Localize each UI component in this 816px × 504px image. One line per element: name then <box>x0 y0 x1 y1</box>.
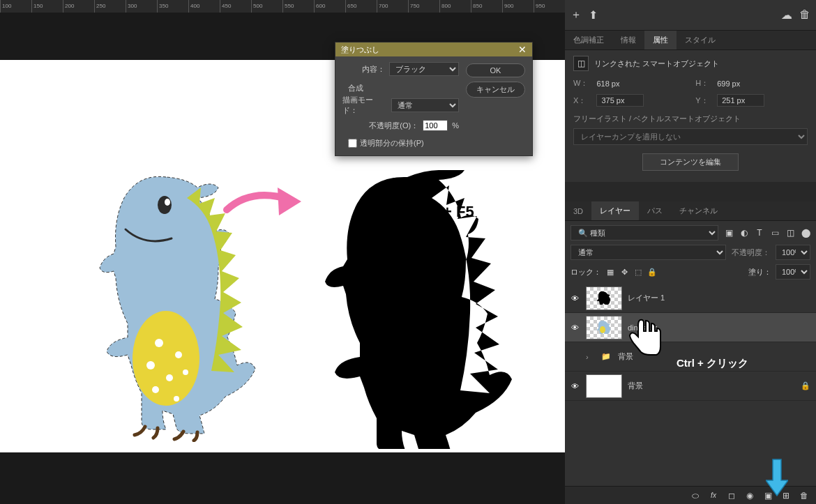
preserve-transparency-checkbox[interactable] <box>348 139 357 148</box>
close-icon[interactable]: ✕ <box>518 45 527 54</box>
layer-comp-select[interactable]: レイヤーカンプを適用しない <box>573 128 808 145</box>
filter-text-icon[interactable]: T <box>755 228 764 238</box>
ruler-tick: 650 <box>345 0 377 13</box>
fx-icon[interactable]: fx <box>709 491 718 501</box>
fill-opacity-input[interactable]: 100% <box>776 264 810 280</box>
svg-point-4 <box>166 374 173 381</box>
visibility-toggle[interactable] <box>569 294 580 303</box>
opacity-input[interactable] <box>423 120 448 131</box>
ruler-tick: 600 <box>314 0 345 13</box>
properties-tabs: 色調補正 情報 属性 スタイル <box>565 31 816 50</box>
dialog-titlebar[interactable]: 塗りつぶし ✕ <box>335 43 532 56</box>
lock-position-icon[interactable]: ✥ <box>619 267 629 277</box>
ruler-tick: 450 <box>220 0 251 13</box>
link-path-label: フリーイラスト / ベクトルスマートオブジェクト <box>573 114 808 124</box>
content-select[interactable]: ブラック <box>389 62 459 76</box>
height-value: 699 px <box>717 79 808 88</box>
layer-name[interactable]: 背景 <box>628 381 795 391</box>
svg-point-5 <box>183 369 188 375</box>
edit-contents-button[interactable]: コンテンツを編集 <box>642 153 739 171</box>
ok-button[interactable]: OK <box>466 63 525 77</box>
y-label: Y： <box>695 96 709 106</box>
tab-layers[interactable]: レイヤー <box>591 201 639 220</box>
ruler-tick: 150 <box>31 0 63 13</box>
upload-icon[interactable]: ⬆ <box>589 8 598 22</box>
layer-thumbnail[interactable] <box>586 316 622 339</box>
lock-label: ロック： <box>571 267 601 277</box>
link-layers-icon[interactable]: ⬭ <box>690 491 700 501</box>
tab-info[interactable]: 情報 <box>612 31 644 49</box>
ruler-tick: 300 <box>126 0 157 13</box>
mask-icon[interactable]: ◻ <box>727 491 736 501</box>
ruler-tick: 850 <box>471 0 502 13</box>
horizontal-ruler: 1001502002503003504004505005506006507007… <box>0 0 565 13</box>
filter-adjust-icon[interactable]: ◐ <box>739 228 749 238</box>
folder-icon: 📁 <box>600 345 612 369</box>
layer-thumbnail[interactable] <box>586 374 622 398</box>
composite-section-label: 合成 <box>342 80 459 95</box>
layer-name[interactable]: レイヤー 1 <box>628 293 812 303</box>
opacity-label: 不透明度(O)： <box>369 121 418 131</box>
filter-toggle-icon[interactable]: ⬤ <box>801 228 810 238</box>
dialog-title-text: 塗りつぶし <box>341 45 379 55</box>
svg-point-6 <box>152 386 159 393</box>
layer-filter-select[interactable]: 🔍 種類 <box>571 225 718 240</box>
visibility-toggle[interactable] <box>569 323 580 332</box>
svg-point-8 <box>158 196 172 214</box>
layer-row[interactable]: dinosaur <box>565 313 816 342</box>
tab-properties[interactable]: 属性 <box>644 31 677 49</box>
properties-header-text: リンクされた スマートオブジェクト <box>594 59 719 69</box>
layers-tabs: 3D レイヤー パス チャンネル <box>565 201 816 221</box>
filter-image-icon[interactable]: ▣ <box>724 228 734 238</box>
layer-opacity-label: 不透明度： <box>732 247 770 258</box>
svg-point-1 <box>155 339 163 347</box>
content-label: 内容： <box>362 64 385 75</box>
lock-icon[interactable]: 🔒 <box>801 381 812 390</box>
visibility-toggle[interactable] <box>569 382 580 390</box>
blend-mode-select[interactable]: 通常 <box>571 245 726 260</box>
lock-artboard-icon[interactable]: ⬚ <box>633 267 643 277</box>
cancel-button[interactable]: キャンセル <box>466 82 525 98</box>
cloud-icon[interactable]: ☁ <box>781 8 792 22</box>
hand-cursor-annotation <box>624 317 666 359</box>
black-dinosaur-silhouette <box>303 170 519 449</box>
ruler-tick: 350 <box>157 0 188 13</box>
add-icon[interactable]: ＋ <box>571 8 582 22</box>
ruler-tick: 750 <box>408 0 439 13</box>
panel-gap <box>565 182 816 201</box>
lock-all-icon[interactable]: 🔒 <box>647 267 657 277</box>
tab-paths[interactable]: パス <box>639 201 671 220</box>
adjustment-icon[interactable]: ◉ <box>745 491 755 501</box>
layer-row[interactable]: 背景🔒 <box>565 372 816 401</box>
trash-icon[interactable]: 🗑 <box>799 8 810 22</box>
y-input[interactable] <box>717 94 764 107</box>
layer-row[interactable]: レイヤー 1 <box>565 284 816 313</box>
fill-label: 塗り： <box>748 267 771 277</box>
pink-arrow-annotation <box>223 182 307 224</box>
svg-point-7 <box>174 396 179 402</box>
tab-color-adjust[interactable]: 色調補正 <box>565 31 612 49</box>
svg-point-9 <box>165 199 170 206</box>
lock-pixels-icon[interactable]: ▦ <box>605 267 615 277</box>
properties-panel: ◫ リンクされた スマートオブジェクト W： 618 px H： 699 px … <box>565 50 816 182</box>
ruler-tick: 400 <box>188 0 220 13</box>
smart-object-icon: ◫ <box>573 56 589 71</box>
tab-3d[interactable]: 3D <box>565 201 591 220</box>
tab-style[interactable]: スタイル <box>677 31 724 49</box>
ruler-tick: 700 <box>377 0 408 13</box>
tab-channels[interactable]: チャンネル <box>671 201 726 220</box>
layer-thumbnail[interactable] <box>586 287 622 310</box>
x-input[interactable] <box>596 94 644 107</box>
filter-smart-icon[interactable]: ◫ <box>785 228 795 238</box>
opacity-unit: % <box>452 121 459 130</box>
blend-mode-select[interactable]: 通常 <box>391 98 459 112</box>
fill-dialog: 塗りつぶし ✕ 内容： ブラック 合成 描画モード： 通常 不透明度(O)： %… <box>335 42 533 156</box>
x-label: X： <box>573 96 588 106</box>
filter-shape-icon[interactable]: ▭ <box>770 228 780 238</box>
expand-icon[interactable]: › <box>586 353 594 361</box>
right-panels: ＋ ⬆ ☁ 🗑 色調補正 情報 属性 スタイル ◫ リンクされた スマートオブジ… <box>565 0 816 504</box>
ctrl-click-annotation: Ctrl + クリック <box>677 357 748 370</box>
delete-layer-icon[interactable]: 🗑 <box>799 491 809 501</box>
svg-point-2 <box>175 351 182 358</box>
layer-opacity-input[interactable]: 100% <box>776 245 810 260</box>
